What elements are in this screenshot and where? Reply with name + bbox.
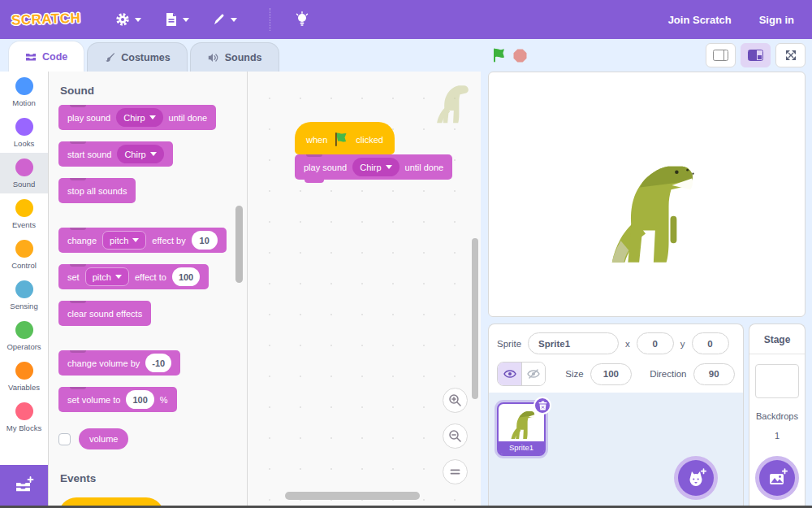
block-clear-sound-effects[interactable]: clear sound effects <box>58 301 151 326</box>
effect-dropdown[interactable]: pitch <box>85 267 129 286</box>
sound-dropdown[interactable]: Chirp <box>117 145 163 163</box>
block-play-sound-until-done[interactable]: play sound Chirp until done <box>295 154 452 180</box>
small-stage-button[interactable] <box>706 43 736 67</box>
block-change-pitch-effect[interactable]: change pitch effect by 10 <box>58 228 227 253</box>
events-dot-icon <box>15 199 33 217</box>
looks-dot-icon <box>15 118 33 136</box>
file-menu-button[interactable] <box>153 7 201 33</box>
block-set-pitch-effect[interactable]: set pitch effect to 100 <box>58 264 209 289</box>
tutorials-button[interactable] <box>283 7 321 33</box>
sprite-thumbnail-sprite1[interactable]: Sprite1 <box>497 402 546 456</box>
pencil-icon <box>212 12 227 27</box>
sound-dropdown[interactable]: Chirp <box>352 158 399 176</box>
large-stage-button[interactable] <box>741 43 771 67</box>
category-myblocks[interactable]: My Blocks <box>0 397 48 437</box>
category-looks[interactable]: Looks <box>0 112 48 153</box>
menu-bar: SCRATCH <box>0 0 812 39</box>
block-palette: Sound play sound Chirp until done start … <box>49 72 248 506</box>
sprite-list: Sprite1 <box>489 393 743 506</box>
volume-reporter-row: volume <box>58 428 247 449</box>
add-sprite-button[interactable] <box>678 460 714 496</box>
block-stop-all-sounds[interactable]: stop all sounds <box>58 178 136 203</box>
canvas-horizontal-scrollbar[interactable] <box>285 492 420 500</box>
sprite-info: Sprite Sprite1 x 0 y 0 <box>489 324 743 393</box>
chevron-down-icon <box>386 165 392 169</box>
backdrop-thumbnail[interactable] <box>755 364 799 398</box>
stage[interactable] <box>488 72 806 317</box>
large-stage-icon <box>748 50 763 61</box>
backdrops-label: Backdrops <box>756 411 798 421</box>
size-input[interactable]: 100 <box>590 363 632 385</box>
size-label: Size <box>565 369 583 379</box>
effect-dropdown[interactable]: pitch <box>102 231 146 250</box>
category-variables[interactable]: Variables <box>0 356 48 397</box>
fullscreen-button[interactable] <box>775 43 806 67</box>
block-when-flag-clicked[interactable]: when clicked <box>295 122 395 154</box>
eye-slash-icon <box>527 368 540 380</box>
category-operators[interactable]: Operators <box>0 315 48 356</box>
tab-sounds[interactable]: Sounds <box>190 42 279 72</box>
number-input[interactable]: -10 <box>145 354 171 372</box>
delete-sprite-button[interactable] <box>533 397 551 415</box>
tab-label: Sounds <box>225 52 262 63</box>
category-control[interactable]: Control <box>0 234 48 275</box>
block-set-volume[interactable]: set volume to 100 % <box>58 387 177 412</box>
fullscreen-icon <box>784 49 797 62</box>
zoom-reset-button[interactable] <box>443 459 468 484</box>
category-sound[interactable]: Sound <box>0 153 48 193</box>
add-backdrop-button[interactable] <box>759 460 795 496</box>
zoom-in-button[interactable] <box>443 388 468 413</box>
zoom-out-button[interactable] <box>443 423 468 449</box>
stop-octagon-icon <box>513 49 527 63</box>
hide-button[interactable] <box>521 363 545 385</box>
block-change-volume[interactable]: change volume by -10 <box>58 350 180 376</box>
sprite-name-input[interactable]: Sprite1 <box>528 332 619 354</box>
number-input[interactable]: 100 <box>172 267 200 286</box>
tab-label: Code <box>42 51 67 63</box>
block-start-sound[interactable]: start sound Chirp <box>58 141 173 167</box>
green-flag-icon <box>491 48 507 63</box>
volume-checkbox[interactable] <box>58 433 71 445</box>
code-canvas[interactable]: when clicked play sound Chirp <box>248 72 481 506</box>
sound-dropdown[interactable]: Chirp <box>116 108 162 127</box>
stop-button[interactable] <box>510 46 530 66</box>
number-input[interactable]: 100 <box>126 390 153 409</box>
y-label: y <box>680 339 685 349</box>
sprite-label: Sprite <box>497 339 521 349</box>
y-input[interactable]: 0 <box>692 332 729 354</box>
category-motion[interactable]: Motion <box>0 72 48 112</box>
settings-menu-button[interactable] <box>103 7 153 33</box>
chevron-down-icon <box>183 18 189 22</box>
add-sprite-cat-icon <box>685 468 706 488</box>
number-input[interactable]: 10 <box>192 231 218 250</box>
direction-input[interactable]: 90 <box>693 363 735 385</box>
edit-menu-button[interactable] <box>201 7 248 32</box>
operators-dot-icon <box>15 321 33 339</box>
block-play-sound-until-done[interactable]: play sound Chirp until done <box>58 105 216 130</box>
scratch-logo[interactable]: SCRATCH <box>11 11 81 29</box>
show-button[interactable] <box>498 363 521 385</box>
sprite-watermark-icon <box>432 76 469 125</box>
tab-row: Code Costumes Sounds <box>0 39 481 72</box>
workspace: Code Costumes Sounds <box>0 39 812 506</box>
palette-section-events: Events <box>60 472 247 484</box>
sprite-and-stage-panels: Sprite Sprite1 x 0 y 0 <box>488 323 806 506</box>
block-when-flag-clicked-partial[interactable] <box>58 497 164 506</box>
canvas-vertical-scrollbar[interactable] <box>472 238 478 399</box>
tab-code[interactable]: Code <box>8 41 84 72</box>
category-sensing[interactable]: Sensing <box>0 275 48 315</box>
myblocks-dot-icon <box>15 402 33 420</box>
volume-reporter-block[interactable]: volume <box>79 428 128 449</box>
green-flag-button[interactable] <box>488 45 510 66</box>
tab-costumes[interactable]: Costumes <box>87 42 187 72</box>
add-extension-button[interactable] <box>0 465 48 506</box>
stage-selector-title[interactable]: Stage <box>749 324 805 354</box>
x-input[interactable]: 0 <box>637 332 674 354</box>
sprite-panel: Sprite Sprite1 x 0 y 0 <box>488 323 744 506</box>
sign-in-link[interactable]: Sign in <box>759 14 794 26</box>
dinosaur-sprite[interactable] <box>599 145 695 266</box>
category-events[interactable]: Events <box>0 193 48 234</box>
join-scratch-link[interactable]: Join Scratch <box>668 14 732 26</box>
palette-scrollbar[interactable] <box>235 206 243 283</box>
zoom-out-icon <box>448 429 462 443</box>
